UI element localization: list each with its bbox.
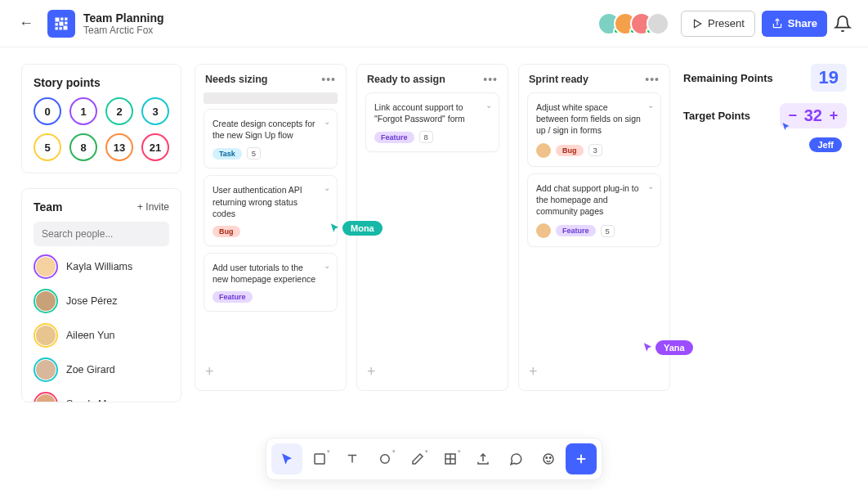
card-title: Link account support to "Forgot Password… [374,101,490,124]
member-name: Sandy Moreau [66,398,132,402]
tool-sticker[interactable] [533,443,564,474]
svg-rect-8 [64,25,68,29]
tool-frame[interactable]: ▾ [435,443,466,474]
card-title: Create design concepts for the new Sign … [213,118,329,141]
story-point-chip[interactable]: 5 [34,133,61,161]
svg-point-11 [381,455,390,464]
svg-rect-7 [60,27,62,29]
add-card-button[interactable]: + [527,360,661,384]
card[interactable]: Link account support to "Forgot Password… [365,92,499,152]
tag-feature: Feature [213,291,253,303]
target-increment-button[interactable]: + [827,107,840,124]
column-title: Sprint ready [529,74,588,85]
member-name: Kayla Williams [66,261,132,272]
cursor-jeff-pointer-icon [781,122,791,132]
avatar [34,254,58,279]
assignee-avatar [536,143,551,158]
add-card-button[interactable]: + [204,360,338,384]
board-title[interactable]: Team Planning [83,11,164,25]
svg-rect-1 [60,17,63,20]
target-points-metric: Target Points − 32 + [683,103,847,128]
tag-task: Task [213,148,242,160]
back-arrow-icon[interactable]: ← [16,15,36,32]
story-point-chip[interactable]: 21 [141,133,169,161]
column-menu-icon[interactable]: ••• [645,73,660,86]
card-title: Add chat support plug-in to the homepage… [536,182,652,218]
add-card-button[interactable]: + [365,360,499,384]
chevron-down-icon[interactable]: ⌄ [324,117,330,126]
chevron-down-icon[interactable]: ⌄ [324,183,330,192]
card-points: 5 [247,147,261,160]
card-title: Adjust white space between form fields o… [536,101,652,137]
share-label: Share [788,17,817,29]
member-name: Jose Pérez [66,295,118,307]
chevron-down-icon[interactable]: ⌄ [485,101,492,110]
card[interactable]: Add user tutorials to the new homepage e… [204,253,338,312]
tag-feature: Feature [556,225,596,236]
remaining-points-metric: Remaining Points 19 [683,64,847,92]
card[interactable]: User authentication API returning wrong … [204,175,338,246]
tool-sticky-note[interactable]: ▾ [304,443,335,474]
chevron-down-icon[interactable]: ⌄ [324,261,330,270]
notifications-icon[interactable] [834,15,852,33]
chevron-down-icon[interactable]: ⌄ [647,182,654,191]
team-member[interactable]: Kayla Williams [34,254,169,279]
presence-avatar[interactable] [647,12,669,35]
team-member[interactable]: Aileen Yun [34,323,169,348]
present-button[interactable]: Present [681,11,755,37]
svg-rect-2 [65,17,67,20]
story-points-panel: Story points 0123581321 [21,64,181,173]
card-points: 5 [601,225,615,237]
invite-button[interactable]: + Invite [137,201,169,213]
story-point-chip[interactable]: 0 [34,97,61,125]
tag-bug: Bug [213,226,240,237]
tool-comment[interactable] [500,443,531,474]
card[interactable]: Adjust white space between form fields o… [527,92,661,167]
tool-add[interactable] [566,443,597,474]
remaining-points-label: Remaining Points [683,72,773,84]
story-point-chip[interactable]: 3 [141,97,169,125]
team-member[interactable]: Sandy Moreau [34,392,169,402]
target-points-label: Target Points [683,110,750,122]
column-title: Ready to assign [367,74,445,85]
card[interactable]: Add chat support plug-in to the homepage… [527,173,661,248]
team-name[interactable]: Team Arctic Fox [83,25,164,36]
svg-rect-6 [56,27,58,29]
column-menu-icon[interactable]: ••• [483,73,498,86]
search-input[interactable] [34,222,169,246]
svg-point-16 [546,457,548,459]
top-bar: ← Team Planning Team Arctic Fox Present … [0,0,868,47]
share-button[interactable]: Share [762,11,827,37]
svg-rect-5 [65,21,67,24]
card-points: 8 [419,131,433,143]
column-title: Needs sizing [205,74,267,85]
app-icon[interactable] [47,10,75,38]
chevron-down-icon[interactable]: ⌄ [647,101,654,110]
board-column: Needs sizing•••Create design concepts fo… [195,64,347,391]
tool-shape[interactable]: ▾ [369,443,400,474]
tool-pen[interactable]: ▾ [402,443,433,474]
tool-text[interactable] [337,443,368,474]
story-point-chip[interactable]: 2 [105,97,133,125]
avatar [34,289,58,313]
team-member[interactable]: Zoe Girard [34,357,169,382]
svg-rect-4 [60,21,64,25]
team-title: Team [34,200,63,214]
story-point-chip[interactable]: 1 [69,97,97,125]
story-point-chip[interactable]: 13 [105,133,133,161]
svg-point-17 [550,457,552,459]
column-menu-icon[interactable]: ••• [321,73,336,86]
card[interactable]: Create design concepts for the new Sign … [204,109,338,169]
card-title: Add user tutorials to the new homepage e… [213,262,329,285]
cursor-label-jeff: Jeff [809,137,842,152]
team-member[interactable]: Jose Pérez [34,289,169,313]
story-point-chip[interactable]: 8 [69,133,97,161]
board-column: Ready to assign•••Link account support t… [356,64,508,391]
avatar [34,357,58,382]
canvas: Story points 0123581321 Team + Invite Ka… [0,47,868,440]
board-column: Sprint ready•••Adjust white space betwee… [518,64,670,391]
presence-avatars[interactable] [604,12,669,35]
tool-upload[interactable] [468,443,499,474]
svg-rect-3 [56,23,58,25]
tool-select[interactable] [271,443,302,474]
